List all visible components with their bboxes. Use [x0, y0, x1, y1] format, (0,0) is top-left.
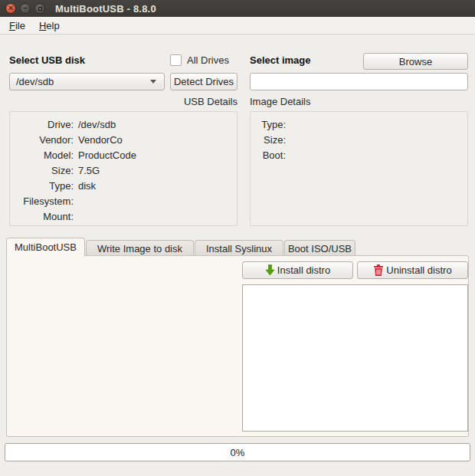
distro-list[interactable]	[242, 284, 468, 432]
chevron-down-icon	[150, 80, 156, 84]
combobox-value: /dev/sdb	[16, 76, 150, 87]
image-details-panel: Type: Size: Boot:	[250, 111, 468, 226]
install-arrow-icon	[265, 264, 275, 276]
all-drives-checkbox[interactable]: All Drives	[170, 54, 229, 66]
tab-install-syslinux[interactable]: Install Syslinux	[195, 240, 283, 256]
usb-disk-combobox[interactable]: /dev/sdb	[9, 73, 165, 90]
menu-file[interactable]: File	[3, 18, 31, 33]
usb-detail-size: Size:7.5G	[10, 163, 237, 179]
minimize-icon: −	[23, 5, 28, 12]
image-detail-type: Type:	[251, 117, 467, 133]
maximize-button[interactable]	[34, 3, 45, 14]
progress-label: 0%	[231, 447, 245, 458]
usb-detail-drive: Drive:/dev/sdb	[10, 117, 237, 133]
usb-details-panel: Drive:/dev/sdb Vendor:VendorCo Model:Pro…	[9, 111, 238, 226]
checkbox-icon	[170, 54, 182, 66]
titlebar: ✕ − MultiBootUSB - 8.8.0	[0, 0, 475, 17]
tab-boot-iso-usb[interactable]: Boot ISO/USB	[284, 240, 355, 256]
usb-detail-filesystem: Filesystem:	[10, 194, 237, 209]
image-path-input[interactable]	[250, 73, 468, 90]
select-usb-disk-label: Select USB disk	[9, 54, 85, 66]
browse-button[interactable]: Browse	[363, 53, 468, 70]
tab-multibootusb[interactable]: MultiBootUSB	[6, 238, 85, 256]
progress-bar: 0%	[5, 443, 470, 461]
menu-help[interactable]: Help	[33, 18, 66, 33]
image-details-title: Image Details	[250, 96, 310, 107]
install-distro-button[interactable]: Install distro	[242, 261, 353, 279]
usb-detail-type: Type:disk	[10, 179, 237, 194]
image-detail-boot: Boot:	[251, 148, 467, 163]
close-button[interactable]: ✕	[5, 3, 16, 14]
maximize-icon	[38, 7, 42, 11]
usb-detail-mount: Mount:	[10, 209, 237, 225]
all-drives-label: All Drives	[187, 54, 229, 66]
minimize-button[interactable]: −	[20, 3, 31, 14]
usb-detail-model: Model:ProductCode	[10, 148, 237, 163]
multibootusb-window: ✕ − MultiBootUSB - 8.8.0 File Help Selec…	[0, 0, 475, 476]
image-detail-size: Size:	[251, 133, 467, 148]
trash-icon	[373, 264, 384, 276]
close-icon: ✕	[8, 5, 14, 12]
window-title: MultiBootUSB - 8.8.0	[55, 3, 156, 15]
select-image-label: Select image	[250, 54, 311, 66]
tab-write-image-to-disk[interactable]: Write Image to disk	[86, 240, 194, 256]
usb-detail-vendor: Vendor:VendorCo	[10, 133, 237, 148]
detect-drives-button[interactable]: Detect Drives	[170, 73, 238, 90]
usb-details-title: USB Details	[9, 96, 238, 107]
menubar: File Help	[0, 17, 475, 34]
uninstall-distro-button[interactable]: Uninstall distro	[357, 261, 468, 279]
